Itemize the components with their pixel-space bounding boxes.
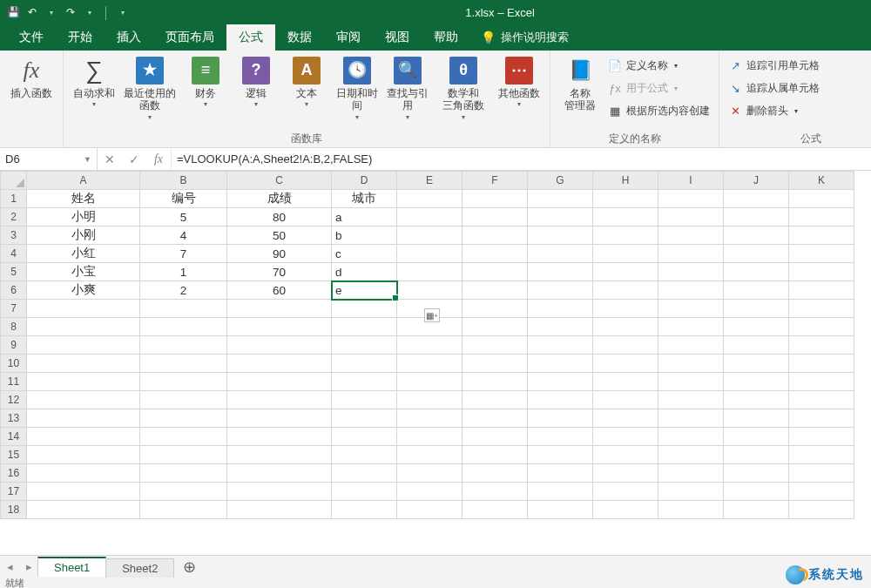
row-header-12[interactable]: 12 [1, 391, 27, 409]
cell-F1[interactable] [463, 190, 528, 208]
col-header-C[interactable]: C [227, 172, 332, 190]
cell-D12[interactable] [332, 391, 397, 409]
cell-K1[interactable] [789, 190, 854, 208]
cell-C17[interactable] [227, 483, 332, 501]
redo-icon[interactable]: ↷ [63, 4, 78, 20]
cell-E11[interactable] [397, 373, 463, 391]
cell-I7[interactable] [658, 300, 724, 318]
row-header-15[interactable]: 15 [1, 446, 27, 464]
cell-C11[interactable] [227, 373, 332, 391]
cell-G14[interactable] [528, 428, 593, 446]
cell-I6[interactable] [658, 281, 724, 300]
cell-H8[interactable] [593, 318, 658, 336]
cell-B16[interactable] [140, 464, 227, 483]
cell-G18[interactable] [528, 501, 593, 519]
row-header-14[interactable]: 14 [1, 428, 27, 446]
cell-F3[interactable] [463, 226, 528, 245]
cell-E10[interactable] [397, 355, 463, 373]
cell-C13[interactable] [227, 409, 332, 428]
cell-C2[interactable]: 80 [227, 208, 332, 226]
cell-B4[interactable]: 7 [140, 245, 227, 263]
cell-A18[interactable] [27, 501, 140, 519]
cell-B14[interactable] [140, 428, 227, 446]
tab-data[interactable]: 数据 [275, 24, 324, 51]
cell-H18[interactable] [593, 501, 658, 519]
remove-arrows-button[interactable]: ✕删除箭头▾ [728, 99, 820, 122]
cell-A17[interactable] [27, 483, 140, 501]
cell-F14[interactable] [463, 428, 528, 446]
fn-lib-4[interactable]: A文本▾ [281, 52, 332, 109]
cell-K5[interactable] [789, 263, 854, 281]
cell-C14[interactable] [227, 428, 332, 446]
cell-B12[interactable] [140, 391, 227, 409]
cell-B6[interactable]: 2 [140, 281, 227, 300]
cell-C18[interactable] [227, 501, 332, 519]
cell-F16[interactable] [463, 464, 528, 483]
col-header-B[interactable]: B [140, 172, 227, 190]
cell-F13[interactable] [463, 409, 528, 428]
cell-K13[interactable] [789, 409, 854, 428]
cell-I5[interactable] [658, 263, 724, 281]
cell-K8[interactable] [789, 318, 854, 336]
fn-lib-7[interactable]: θ数学和 三角函数▾ [433, 52, 494, 121]
cell-A6[interactable]: 小爽 [27, 281, 140, 300]
cell-K7[interactable] [789, 300, 854, 318]
row-header-9[interactable]: 9 [1, 336, 27, 355]
cell-G4[interactable] [528, 245, 593, 263]
cell-C8[interactable] [227, 318, 332, 336]
cell-J8[interactable] [724, 318, 789, 336]
cell-D2[interactable]: a [332, 208, 397, 226]
cell-C10[interactable] [227, 355, 332, 373]
cell-J12[interactable] [724, 391, 789, 409]
cell-G15[interactable] [528, 446, 593, 464]
cell-B13[interactable] [140, 409, 227, 428]
fx-button[interactable]: fx [146, 152, 171, 166]
cell-K12[interactable] [789, 391, 854, 409]
cell-D13[interactable] [332, 409, 397, 428]
cell-H14[interactable] [593, 428, 658, 446]
tab-help[interactable]: 帮助 [422, 24, 470, 51]
cell-K2[interactable] [789, 208, 854, 226]
cell-I18[interactable] [658, 501, 724, 519]
cell-J2[interactable] [724, 208, 789, 226]
cell-D17[interactable] [332, 483, 397, 501]
cell-K3[interactable] [789, 226, 854, 245]
cell-B5[interactable]: 1 [140, 263, 227, 281]
tell-me-search[interactable]: 💡 操作说明搜索 [470, 24, 579, 51]
cell-H5[interactable] [593, 263, 658, 281]
redo-more-icon[interactable]: ▾ [82, 4, 98, 20]
tab-formulas[interactable]: 公式 [226, 24, 275, 51]
cell-J16[interactable] [724, 464, 789, 483]
spreadsheet-grid[interactable]: ABCDEFGHIJK1姓名编号成绩城市2小明580a3小刚450b4小红790… [0, 171, 871, 578]
cell-J14[interactable] [724, 428, 789, 446]
cell-G8[interactable] [528, 318, 593, 336]
cell-J18[interactable] [724, 501, 789, 519]
cell-K15[interactable] [789, 446, 854, 464]
cell-E13[interactable] [397, 409, 463, 428]
cell-D1[interactable]: 城市 [332, 190, 397, 208]
cell-H9[interactable] [593, 336, 658, 355]
cell-J6[interactable] [724, 281, 789, 300]
cell-K18[interactable] [789, 501, 854, 519]
cell-A7[interactable] [27, 300, 140, 318]
row-header-4[interactable]: 4 [1, 245, 27, 263]
cell-J15[interactable] [724, 446, 789, 464]
cell-B18[interactable] [140, 501, 227, 519]
cell-E5[interactable] [397, 263, 463, 281]
cell-A16[interactable] [27, 464, 140, 483]
fn-lib-6[interactable]: 🔍查找与引用▾ [382, 52, 433, 121]
tab-file[interactable]: 文件 [7, 24, 56, 51]
row-header-18[interactable]: 18 [1, 501, 27, 519]
row-header-10[interactable]: 10 [1, 355, 27, 373]
fn-lib-8[interactable]: ⋯其他函数▾ [494, 52, 544, 109]
cell-C15[interactable] [227, 446, 332, 464]
cell-H11[interactable] [593, 373, 658, 391]
cell-H16[interactable] [593, 464, 658, 483]
cell-H4[interactable] [593, 245, 658, 263]
cell-D14[interactable] [332, 428, 397, 446]
row-header-6[interactable]: 6 [1, 281, 27, 300]
row-header-17[interactable]: 17 [1, 483, 27, 501]
select-all-corner[interactable] [1, 172, 27, 190]
cell-A9[interactable] [27, 336, 140, 355]
undo-more-icon[interactable]: ▾ [44, 4, 59, 20]
